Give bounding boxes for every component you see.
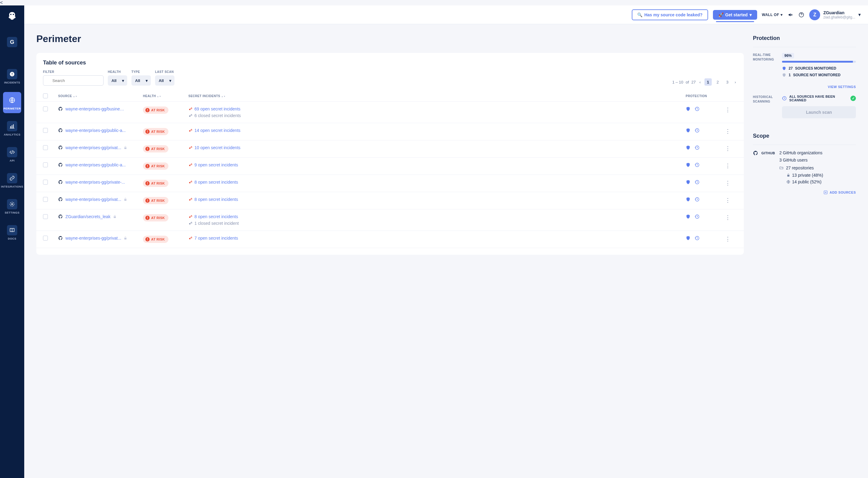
more-actions[interactable]: ⋮ — [725, 236, 731, 242]
source-link[interactable]: ZGuardian/secrets_leak — [65, 214, 111, 219]
shield-icon[interactable] — [686, 236, 690, 240]
key-icon — [188, 107, 193, 111]
row-checkbox[interactable] — [43, 197, 48, 202]
row-checkbox[interactable] — [43, 106, 48, 111]
row-checkbox[interactable] — [43, 236, 48, 240]
source-link[interactable]: wayne-enterprises-gg/public-a... — [65, 163, 126, 167]
closed-incidents-link[interactable]: 1 closed secret incident — [188, 221, 686, 226]
search-input[interactable] — [43, 75, 103, 86]
page-2[interactable]: 2 — [714, 78, 721, 86]
open-incidents-link[interactable]: 8 open secret incidents — [188, 214, 686, 219]
svg-point-19 — [189, 199, 190, 201]
open-incidents-link[interactable]: 9 open secret incidents — [188, 163, 686, 167]
open-incidents-link[interactable]: 14 open secret incidents — [188, 128, 686, 133]
sort-icon[interactable]: ▲▼ — [73, 96, 78, 97]
more-actions[interactable]: ⋮ — [725, 163, 731, 169]
open-incidents-link[interactable]: 7 open secret incidents — [188, 236, 686, 240]
chevron-down-icon: ▾ — [122, 78, 124, 83]
page-3[interactable]: 3 — [724, 78, 731, 86]
more-actions[interactable]: ⋮ — [725, 145, 731, 151]
launch-scan-button[interactable]: Launch scan — [782, 106, 856, 118]
select-all-checkbox[interactable] — [43, 94, 48, 98]
shield-icon — [782, 66, 786, 70]
open-incidents-link[interactable]: 10 open secret incidents — [188, 145, 686, 150]
shield-icon[interactable] — [686, 163, 690, 167]
history-icon[interactable] — [695, 180, 700, 184]
page-prev[interactable]: ‹ — [698, 79, 702, 86]
health-badge: !AT RISK — [143, 128, 168, 135]
closed-incidents-link[interactable]: 6 closed secret incidents — [188, 113, 686, 118]
shield-icon[interactable] — [686, 180, 690, 184]
wall-of-love-link[interactable]: WALL OF ♥ — [762, 13, 783, 17]
add-sources-link[interactable]: ADD SOURCES — [753, 190, 856, 195]
nav-integrations[interactable]: INTEGRATIONS — [3, 170, 21, 191]
svg-point-24 — [189, 238, 190, 239]
more-actions[interactable]: ⋮ — [725, 180, 731, 186]
announcements-icon[interactable] — [787, 12, 794, 18]
type-dropdown[interactable]: All▾ — [131, 75, 151, 86]
shield-icon[interactable] — [686, 106, 690, 111]
nav-analytics[interactable]: ANALYTICS — [3, 118, 21, 139]
page-next[interactable]: › — [734, 79, 737, 86]
history-icon[interactable] — [695, 128, 700, 133]
history-icon[interactable] — [695, 106, 700, 111]
history-icon[interactable] — [695, 163, 700, 167]
nav-perimeter[interactable]: PERIMETER — [3, 92, 21, 113]
open-incidents-link[interactable]: 8 open secret incidents — [188, 197, 686, 202]
row-checkbox[interactable] — [43, 214, 48, 219]
scope-title: Scope — [753, 133, 856, 139]
nav-settings[interactable]: SETTINGS — [3, 196, 21, 217]
health-dropdown[interactable]: All▾ — [108, 75, 127, 86]
source-link[interactable]: wayne-enterprises-gg/privat... — [65, 197, 121, 202]
scope-orgs: 2 GitHub organizations — [779, 150, 856, 155]
table-row: ZGuardian/secrets_leak!AT RISK8 open sec… — [36, 209, 744, 231]
shield-icon[interactable] — [686, 214, 690, 219]
open-incidents-link[interactable]: 8 open secret incidents — [188, 180, 686, 184]
more-actions[interactable]: ⋮ — [725, 107, 731, 113]
sort-icon[interactable]: ▲▼ — [157, 96, 161, 97]
pagination: 1 – 10 of 27 ‹ 1 2 3 › — [672, 78, 737, 86]
user-menu[interactable]: Z ZGuardian ziad.ghalleb@gitg... ▾ — [809, 9, 861, 20]
leaked-button[interactable]: 🔍 Has my source code leaked? — [632, 9, 708, 20]
source-link[interactable]: wayne-enterprises-gg/privat... — [65, 236, 121, 240]
shield-icon[interactable] — [686, 145, 690, 150]
svg-rect-25 — [787, 175, 789, 177]
source-link[interactable]: wayne-enterprises-gg/private-... — [65, 180, 125, 184]
row-checkbox[interactable] — [43, 163, 48, 167]
header: 🔍 Has my source code leaked? 🚀 Get start… — [24, 5, 868, 24]
health-badge: !AT RISK — [143, 236, 168, 243]
key-icon — [188, 113, 193, 118]
svg-rect-20 — [114, 216, 116, 218]
shield-icon[interactable] — [686, 197, 690, 202]
nav-incidents[interactable]: INCIDENTS — [3, 66, 21, 87]
open-incidents-link[interactable]: 69 open secret incidents — [188, 106, 686, 111]
history-icon[interactable] — [695, 145, 700, 150]
source-link[interactable]: wayne-enterprises-gg/public-a... — [65, 128, 126, 133]
health-badge: !AT RISK — [143, 197, 168, 204]
more-actions[interactable]: ⋮ — [725, 214, 731, 220]
history-icon[interactable] — [695, 214, 700, 219]
more-actions[interactable]: ⋮ — [725, 197, 731, 203]
history-icon[interactable] — [695, 236, 700, 240]
nav-api[interactable]: API — [3, 144, 21, 165]
row-checkbox[interactable] — [43, 180, 48, 184]
source-link[interactable]: wayne-enterprises-gg/business... — [65, 106, 126, 111]
nav-docs[interactable]: DOCS — [3, 222, 21, 243]
source-link[interactable]: wayne-enterprises-gg/privat... — [65, 145, 121, 150]
help-icon[interactable] — [798, 12, 804, 18]
page-title: Perimeter — [36, 33, 744, 44]
page-1[interactable]: 1 — [705, 78, 712, 86]
shield-off-icon — [782, 73, 786, 77]
shield-icon[interactable] — [686, 128, 690, 133]
lastscan-dropdown[interactable]: All▾ — [155, 75, 175, 86]
more-actions[interactable]: ⋮ — [725, 128, 731, 134]
history-icon[interactable] — [695, 197, 700, 202]
get-started-button[interactable]: 🚀 Get started ▾ — [713, 10, 757, 20]
scope-users: 3 GitHub users — [779, 158, 856, 163]
sort-icon[interactable]: ▲▼ — [221, 96, 226, 97]
nav-workspace[interactable]: G — [3, 34, 21, 52]
row-checkbox[interactable] — [43, 145, 48, 150]
view-settings-link[interactable]: VIEW SETTINGS — [753, 85, 856, 89]
lock-icon — [124, 146, 127, 149]
row-checkbox[interactable] — [43, 128, 48, 133]
